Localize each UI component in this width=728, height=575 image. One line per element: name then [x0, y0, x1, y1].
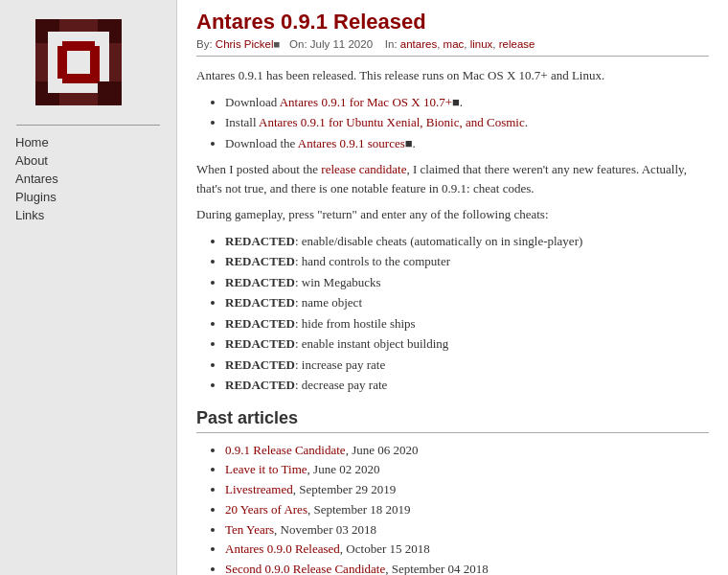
sidebar-item-antares[interactable]: Antares	[15, 170, 176, 188]
past-article-item: Second 0.9.0 Release Candidate, Septembe…	[225, 560, 709, 575]
download-item-source: Download the Antares 0.9.1 sources■.	[225, 134, 709, 153]
release-candidate-link[interactable]: release candidate	[321, 162, 406, 176]
body-para2: During gameplay, press "return" and ente…	[196, 205, 709, 224]
cheat-item: REDACTED: name object	[225, 293, 709, 312]
download-item-ubuntu: Install Antares 0.9.1 for Ubuntu Xenial,…	[225, 113, 709, 132]
tag-release[interactable]: release	[499, 38, 535, 50]
download-source-link[interactable]: Antares 0.9.1 sources	[298, 136, 405, 150]
cheat-item: REDACTED: hand controls to the computer	[225, 252, 709, 271]
past-article-link[interactable]: Livestreamed	[225, 482, 293, 496]
sidebar-item-home[interactable]: Home	[15, 133, 176, 151]
article-divider	[196, 56, 709, 57]
past-article-item: 20 Years of Ares, September 18 2019	[225, 500, 709, 520]
cheat-item: REDACTED: hide from hostile ships	[225, 314, 709, 334]
on-label: On:	[289, 38, 307, 50]
body-para1: When I posted about the release candidat…	[196, 160, 709, 197]
cheats-list: REDACTED: enable/disable cheats (automat…	[225, 232, 709, 395]
tag-antares[interactable]: antares	[400, 38, 437, 50]
main-content: Antares 0.9.1 Released By: Chris Pickel■…	[177, 0, 728, 575]
download-mac-icon: ■	[452, 95, 460, 109]
article-title: Antares 0.9.1 Released	[196, 10, 709, 34]
past-article-link[interactable]: 0.9.1 Release Candidate	[225, 443, 346, 457]
download-source-icon: ■	[405, 136, 413, 150]
author-link[interactable]: Chris Pickel	[216, 38, 274, 50]
past-article-link[interactable]: Leave it to Time	[225, 462, 307, 476]
tag-mac[interactable]: mac	[444, 38, 465, 50]
sidebar-nav: Home About Antares Plugins Links	[0, 133, 176, 224]
past-article-link[interactable]: Second 0.9.0 Release Candidate	[225, 562, 385, 575]
svg-rect-10	[48, 79, 62, 93]
cheat-item: REDACTED: enable instant object building	[225, 334, 709, 354]
cheat-item: REDACTED: win Megabucks	[225, 273, 709, 292]
article-meta: By: Chris Pickel■ On: July 11 2020 In: a…	[196, 38, 709, 50]
cheat-item: REDACTED: enable/disable cheats (automat…	[225, 232, 709, 251]
past-article-item: Ten Years, November 03 2018	[225, 520, 709, 540]
article-date: July 11 2020	[310, 38, 373, 50]
download-list: Download Antares 0.9.1 for Mac OS X 10.7…	[225, 93, 709, 153]
past-article-link[interactable]: 20 Years of Ares	[225, 502, 307, 517]
past-article-link[interactable]: Antares 0.9.0 Released	[225, 541, 340, 556]
sidebar-item-links[interactable]: Links	[15, 206, 176, 224]
past-articles-title: Past articles	[196, 408, 709, 428]
logo	[26, 10, 150, 115]
sidebar-divider	[16, 125, 160, 126]
in-label: In:	[385, 38, 398, 50]
past-articles-divider	[196, 432, 709, 433]
past-article-item: Livestreamed, September 29 2019	[225, 480, 709, 500]
past-article-item: Leave it to Time, June 02 2020	[225, 460, 709, 480]
tag-linux[interactable]: linux	[470, 38, 493, 50]
svg-rect-8	[48, 32, 62, 46]
by-label: By:	[196, 38, 213, 50]
download-ubuntu-link[interactable]: Antares 0.9.1 for Ubuntu Xenial, Bionic,…	[259, 115, 525, 129]
svg-rect-7	[98, 81, 122, 105]
article-body: Antares 0.9.1 has been released. This re…	[196, 66, 709, 395]
sidebar: Home About Antares Plugins Links	[0, 0, 177, 575]
past-article-item: Antares 0.9.0 Released, October 15 2018	[225, 540, 709, 560]
sidebar-item-plugins[interactable]: Plugins	[15, 188, 176, 206]
past-article-link[interactable]: Ten Years	[225, 522, 274, 537]
svg-rect-9	[95, 32, 109, 46]
cheat-item: REDACTED: increase pay rate	[225, 356, 709, 375]
cheat-item: REDACTED: decrease pay rate	[225, 376, 709, 395]
download-item-mac: Download Antares 0.9.1 for Mac OS X 10.7…	[225, 93, 709, 112]
sidebar-item-about[interactable]: About	[15, 151, 176, 170]
article-intro: Antares 0.9.1 has been released. This re…	[196, 66, 709, 85]
svg-rect-3	[67, 51, 90, 74]
past-articles-list: 0.9.1 Release Candidate, June 06 2020 Le…	[225, 441, 709, 576]
download-mac-link[interactable]: Antares 0.9.1 for Mac OS X 10.7+	[280, 95, 452, 109]
past-article-item: 0.9.1 Release Candidate, June 06 2020	[225, 441, 709, 461]
